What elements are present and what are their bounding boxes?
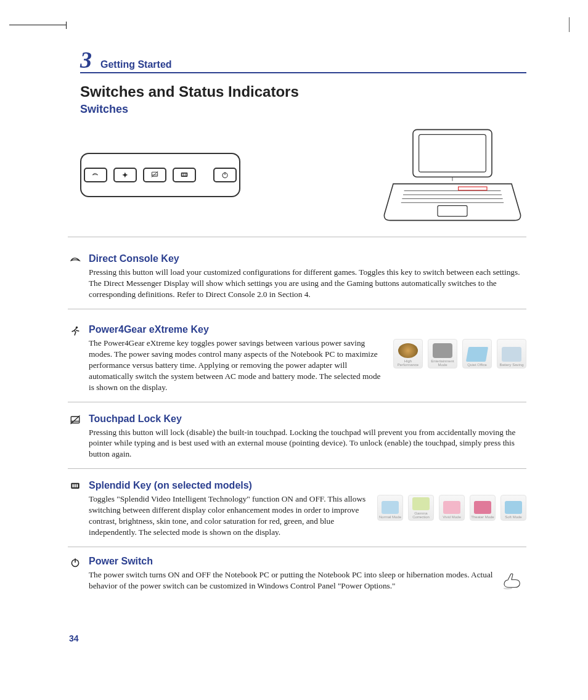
panel-splendid-icon bbox=[173, 168, 196, 182]
section-title: Direct Console Key bbox=[89, 253, 526, 264]
section-text: The power switch turns ON and OFF the No… bbox=[89, 569, 526, 592]
section-text: Pressing this button will lock (disable)… bbox=[89, 427, 526, 460]
touchpad-lock-icon bbox=[68, 413, 83, 460]
svg-rect-24 bbox=[75, 484, 76, 487]
panel-direct-console-icon bbox=[84, 168, 107, 182]
section-power4gear: Power4Gear eXtreme Key High Performance … bbox=[68, 324, 526, 402]
hand-press-icon bbox=[502, 569, 526, 593]
svg-rect-5 bbox=[184, 174, 185, 176]
section-title: Splendid Key (on selected models) bbox=[89, 480, 526, 491]
svg-rect-23 bbox=[72, 484, 73, 487]
section-direct-console: Direct Console Key Pressing this button … bbox=[68, 253, 526, 309]
section-title: Touchpad Lock Key bbox=[89, 413, 526, 425]
section-title: Power Switch bbox=[89, 556, 526, 567]
runner-icon bbox=[68, 324, 83, 393]
page-title: Switches and Status Indicators bbox=[80, 83, 526, 100]
thumb-normal-mode: Normal Mode bbox=[377, 495, 403, 521]
thumb-gamma-correction: Gamma Correction bbox=[408, 495, 434, 521]
power4gear-thumbnails: High Performance Entertainment Mode Quie… bbox=[393, 339, 526, 368]
crop-mark-right bbox=[569, 17, 570, 32]
illustration-row: ✦ bbox=[68, 122, 526, 237]
rog-icon bbox=[68, 253, 83, 300]
section-subtitle: Switches bbox=[80, 103, 526, 116]
panel-touchpad-icon bbox=[143, 168, 166, 182]
crop-marks bbox=[9, 25, 520, 31]
page: 3 Getting Started Switches and Status In… bbox=[0, 0, 588, 700]
panel-power4gear-icon: ✦ bbox=[113, 168, 137, 182]
chapter-title: Getting Started bbox=[100, 59, 172, 70]
section-power-switch: Power Switch The power switch turns ON a… bbox=[68, 556, 526, 601]
power-icon bbox=[68, 556, 83, 593]
thumb-vivid-mode: Vivid Mode bbox=[439, 495, 465, 521]
section-title: Power4Gear eXtreme Key bbox=[89, 324, 526, 335]
thumb-quiet-office: Quiet Office bbox=[462, 339, 492, 368]
section-touchpad-lock: Touchpad Lock Key Pressing this button w… bbox=[68, 413, 526, 470]
thumb-battery-saving: Battery Saving bbox=[497, 339, 526, 368]
thumb-high-performance: High Performance bbox=[393, 339, 423, 368]
switch-panel-illustration: ✦ bbox=[80, 153, 240, 197]
laptop-illustration bbox=[378, 126, 526, 224]
splendid-thumbnails: Normal Mode Gamma Correction Vivid Mode … bbox=[377, 495, 526, 521]
chapter-header: 3 Getting Started bbox=[80, 46, 526, 73]
panel-power-icon bbox=[213, 168, 237, 182]
svg-rect-15 bbox=[438, 206, 467, 217]
svg-rect-25 bbox=[76, 484, 78, 487]
page-number: 34 bbox=[69, 633, 79, 643]
svg-rect-4 bbox=[182, 174, 184, 176]
chapter-number: 3 bbox=[80, 46, 92, 73]
thumb-soft-mode: Soft Mode bbox=[500, 495, 526, 521]
section-splendid: Splendid Key (on selected models) Normal… bbox=[68, 480, 526, 547]
thumb-theater-mode: Theater Mode bbox=[470, 495, 496, 521]
section-text: Pressing this button will load your cust… bbox=[89, 267, 526, 300]
svg-rect-10 bbox=[419, 134, 486, 172]
thumb-entertainment: Entertainment Mode bbox=[428, 339, 457, 368]
splendid-icon bbox=[68, 480, 83, 538]
svg-rect-6 bbox=[186, 174, 187, 176]
